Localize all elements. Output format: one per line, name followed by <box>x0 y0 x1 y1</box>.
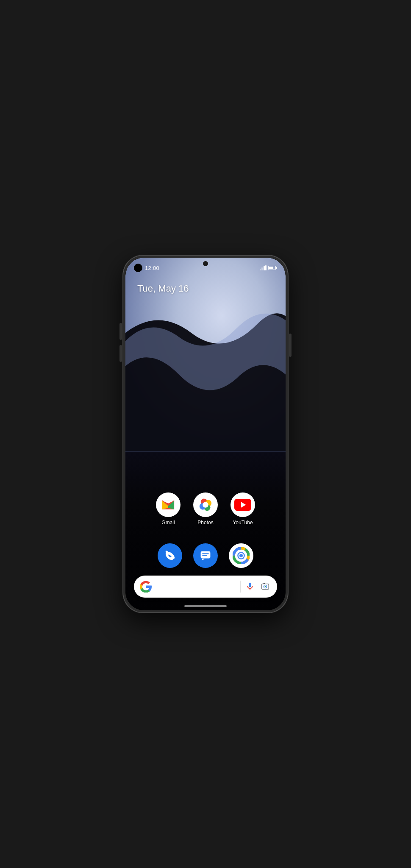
dock <box>125 543 286 568</box>
svg-rect-22 <box>263 583 265 584</box>
home-indicator[interactable] <box>184 605 227 607</box>
photos-icon <box>193 492 218 517</box>
phone-dock-icon <box>158 543 182 568</box>
camera-indicator <box>203 261 208 266</box>
mic-button[interactable] <box>244 581 256 593</box>
svg-rect-9 <box>201 551 211 559</box>
app-grid: Gmail <box>125 492 286 526</box>
app-row-1: Gmail <box>156 492 255 526</box>
google-logo <box>140 581 152 593</box>
gmail-icon <box>156 492 181 517</box>
phone-frame: 12:00 <box>123 255 288 613</box>
search-bar[interactable] <box>134 576 277 598</box>
date-display: Tue, May 16 <box>137 283 189 294</box>
chrome-dock-icon <box>229 543 253 568</box>
photos-label: Photos <box>197 520 213 526</box>
screen: 12:00 <box>125 258 286 610</box>
youtube-label: YouTube <box>233 520 253 526</box>
battery-icon <box>268 266 277 270</box>
gmail-label: Gmail <box>161 520 175 526</box>
svg-rect-10 <box>202 554 209 554</box>
youtube-app[interactable]: YouTube <box>230 492 255 526</box>
messages-dock-icon <box>193 543 218 568</box>
search-divider <box>240 581 241 593</box>
gmail-app[interactable]: Gmail <box>156 492 181 526</box>
messages-app[interactable] <box>193 543 218 568</box>
clock: 12:00 <box>145 265 159 271</box>
phone-screen: 12:00 <box>125 258 286 610</box>
svg-rect-19 <box>250 586 250 587</box>
volume-down-button[interactable] <box>119 345 122 362</box>
youtube-icon <box>230 492 255 517</box>
power-button[interactable] <box>289 334 292 357</box>
svg-point-23 <box>265 586 266 587</box>
date-text: Tue, May 16 <box>137 283 189 294</box>
lens-button[interactable] <box>259 581 271 593</box>
phone-app[interactable] <box>158 543 182 568</box>
svg-rect-11 <box>202 555 207 556</box>
notification-dot <box>134 264 142 272</box>
photos-app[interactable]: Photos <box>193 492 218 526</box>
svg-point-6 <box>203 502 208 508</box>
volume-up-button[interactable] <box>119 323 122 340</box>
svg-point-18 <box>239 554 243 557</box>
status-bar: 12:00 <box>125 258 286 275</box>
chrome-app[interactable] <box>229 543 253 568</box>
signal-icon <box>260 265 267 270</box>
